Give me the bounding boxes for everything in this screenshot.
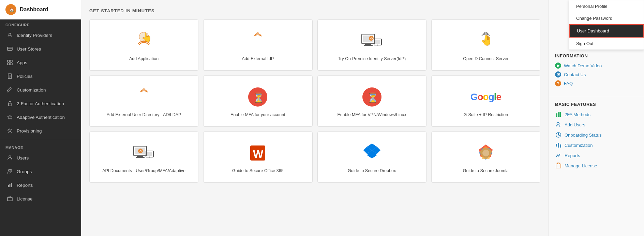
basic-features-title: BASIC FEATURES xyxy=(555,102,638,107)
svg-point-57 xyxy=(482,150,489,156)
svg-rect-60 xyxy=(559,112,561,117)
svg-rect-20 xyxy=(11,183,12,187)
sidebar-item-license[interactable]: License xyxy=(0,192,81,206)
sidebar-item-users[interactable]: Users xyxy=(0,151,81,165)
add-application-icon: 👆 🤚 xyxy=(133,30,155,52)
feature-customization[interactable]: Customization xyxy=(555,142,638,149)
card-label-enable-mfa-account: Enable MFA for your account xyxy=(230,112,285,118)
section-title: GET STARTED IN MINUTES xyxy=(89,8,540,13)
add-external-idp-icon: 🤚 xyxy=(247,30,269,52)
gsuite-ip-icon: Google xyxy=(475,86,497,108)
sidebar-item-user-stores[interactable]: User Stores xyxy=(0,42,81,56)
sidebar-item-policies[interactable]: Policies xyxy=(0,69,81,83)
card-label-guide-joomla: Guide to Secure Joomla xyxy=(463,168,509,174)
add-external-user-dir-icon: 🤚 xyxy=(133,86,155,108)
svg-rect-66 xyxy=(558,143,559,148)
card-try-on-premise[interactable]: ⟳ Try On-Premise Identity Server(IdP) xyxy=(317,19,426,71)
sidebar-item-groups[interactable]: Groups xyxy=(0,165,81,178)
contact-us-label: Contact Us xyxy=(564,72,586,77)
enable-mfa-account-icon: ⏳ xyxy=(247,86,269,108)
svg-rect-13 xyxy=(9,103,11,106)
svg-rect-21 xyxy=(8,197,12,201)
svg-point-14 xyxy=(9,130,11,132)
feature-2fa-methods-label: 2FA Methods xyxy=(565,112,590,117)
2fa-icon xyxy=(6,100,13,107)
dropdown-menu: Personal Profile Change Password User Da… xyxy=(569,0,644,50)
svg-rect-18 xyxy=(8,185,9,187)
card-guide-office365[interactable]: W Guide to Secure Office 365 xyxy=(203,131,312,183)
sidebar-item-label-reports: Reports xyxy=(17,183,33,188)
sidebar-item-label-identity-providers: Identity Providers xyxy=(17,33,52,38)
guide-dropbox-icon xyxy=(361,142,383,164)
apps-icon xyxy=(6,59,13,66)
dropdown-sign-out[interactable]: Sign Out xyxy=(569,38,644,50)
dropdown-change-password[interactable]: Change Password xyxy=(569,12,644,24)
dropdown-personal-profile[interactable]: Personal Profile xyxy=(569,0,644,12)
svg-text:🤚: 🤚 xyxy=(480,34,493,46)
watch-demo-icon: ▶ xyxy=(555,63,561,69)
identity-providers-icon xyxy=(6,32,13,39)
sidebar-item-label-user-stores: User Stores xyxy=(17,46,41,52)
cards-grid: 👆 🤚 Add Application 🤚 Add External IdP xyxy=(89,19,540,183)
svg-text:⟳: ⟳ xyxy=(370,37,373,40)
feature-reports[interactable]: Reports xyxy=(555,152,638,159)
card-label-api-documents: API Documents - User/Group/MFA/Adaptive xyxy=(102,168,185,174)
card-label-try-on-premise: Try On-Premise Identity Server(IdP) xyxy=(338,56,406,62)
svg-rect-59 xyxy=(558,112,559,117)
watch-demo-label: Watch Demo Video xyxy=(564,63,602,68)
sidebar-item-label-users: Users xyxy=(17,155,29,161)
card-openid-connect[interactable]: 🤚 OpenID Connect Server xyxy=(431,19,540,71)
sidebar-item-2fa[interactable]: 2-Factor Authentication xyxy=(0,97,81,110)
faq-icon: ? xyxy=(555,80,561,86)
sidebar-item-label-adaptive: Adaptive Authentication xyxy=(17,115,65,120)
guide-joomla-icon xyxy=(475,142,497,164)
dropdown-user-dashboard[interactable]: User Dashboard xyxy=(569,24,644,38)
card-add-external-user-dir[interactable]: 🤚 Add External User Directory - AD/LDAP xyxy=(89,75,198,127)
sidebar-item-adaptive-auth[interactable]: Adaptive Authentication xyxy=(0,110,81,124)
feature-manage-license[interactable]: Manage License xyxy=(555,162,638,169)
card-enable-mfa-vpn[interactable]: ⏳ Enable MFA for VPN/Windows/Linux xyxy=(317,75,426,127)
groups-icon xyxy=(6,168,13,175)
contact-us-link[interactable]: ✉ Contact Us xyxy=(555,71,638,78)
sidebar-item-reports[interactable]: Reports xyxy=(0,178,81,192)
card-label-add-application: Add Application xyxy=(129,56,159,62)
svg-text:🏠: 🏠 xyxy=(9,7,14,12)
card-add-external-idp[interactable]: 🤚 Add External IdP xyxy=(203,19,312,71)
feature-2fa-methods[interactable]: 2FA Methods xyxy=(555,111,638,118)
information-title: INFORMATION xyxy=(555,53,638,58)
basic-features-section: BASIC FEATURES 2FA Methods Add Users Onb… xyxy=(549,96,644,176)
feature-reports-icon xyxy=(555,152,562,159)
card-guide-dropbox[interactable]: Guide to Secure Dropbox xyxy=(317,131,426,183)
feature-add-users[interactable]: Add Users xyxy=(555,121,638,128)
sidebar-item-customization[interactable]: Customization xyxy=(0,83,81,97)
right-panel: Personal Profile Change Password User Da… xyxy=(549,0,644,236)
sidebar-item-apps[interactable]: Apps xyxy=(0,56,81,69)
guide-office365-icon: W xyxy=(247,142,269,164)
user-stores-icon xyxy=(6,45,13,52)
enable-mfa-vpn-icon: ⏳ xyxy=(361,86,383,108)
svg-point-17 xyxy=(10,170,12,171)
svg-point-2 xyxy=(9,33,11,35)
card-enable-mfa-account[interactable]: ⏳ Enable MFA for your account xyxy=(203,75,312,127)
card-add-application[interactable]: 👆 🤚 Add Application xyxy=(89,19,198,71)
card-label-enable-mfa-vpn: Enable MFA for VPN/Windows/Linux xyxy=(338,112,406,118)
sidebar-item-identity-providers[interactable]: Identity Providers xyxy=(0,28,81,42)
watch-demo-link[interactable]: ▶ Watch Demo Video xyxy=(555,63,638,69)
add-users-icon xyxy=(555,121,562,128)
sidebar-item-label-customization: Customization xyxy=(17,87,46,93)
card-guide-joomla[interactable]: Guide to Secure Joomla xyxy=(431,131,540,183)
card-gsuite-ip[interactable]: Google G-Suite + IP Restriction xyxy=(431,75,540,127)
reports-icon xyxy=(6,182,13,189)
sidebar-item-provisioning[interactable]: Provisioning xyxy=(0,124,81,138)
manage-license-icon xyxy=(555,162,562,169)
feature-add-users-label: Add Users xyxy=(565,122,585,127)
svg-point-15 xyxy=(9,156,11,158)
openid-connect-icon: 🤚 xyxy=(475,30,497,52)
svg-point-68 xyxy=(557,155,558,156)
card-api-documents[interactable]: ⟳ API Documents - User/Group/MFA/Adaptiv… xyxy=(89,131,198,183)
faq-link[interactable]: ? FAQ xyxy=(555,80,638,86)
feature-onboarding-status[interactable]: Onboarding Status xyxy=(555,131,638,138)
feature-customization-label: Customization xyxy=(565,143,593,148)
svg-rect-67 xyxy=(560,144,561,148)
svg-text:⏳: ⏳ xyxy=(253,92,265,103)
